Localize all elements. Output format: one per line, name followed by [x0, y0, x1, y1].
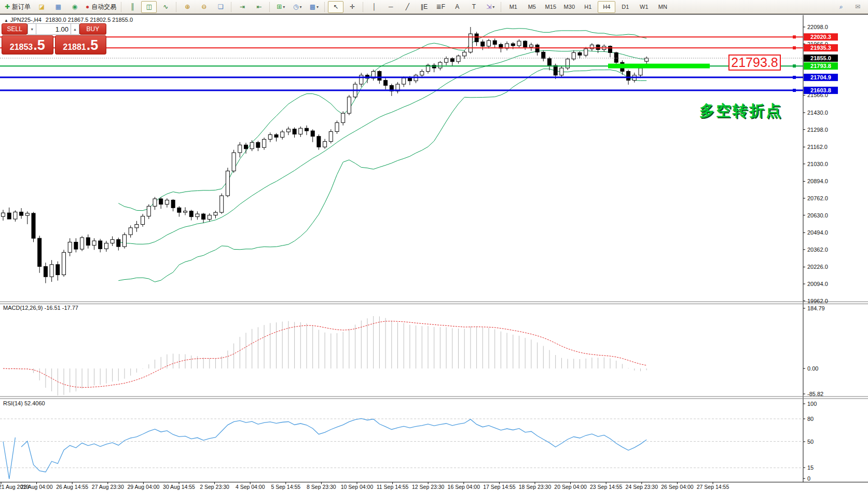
- candle-body: [141, 216, 145, 225]
- cursor-button[interactable]: ↖: [328, 1, 343, 13]
- timeframe-button-mn[interactable]: MN: [654, 1, 671, 13]
- candle-body: [153, 199, 157, 206]
- price-tick-label: 19962.0: [807, 298, 828, 304]
- volume-input[interactable]: [36, 23, 71, 35]
- toolbar-separator: [231, 2, 232, 12]
- timeframe-button-h1[interactable]: H1: [579, 1, 597, 13]
- candle-body: [317, 136, 321, 147]
- trendline-highlight-object[interactable]: [608, 64, 710, 69]
- eraser-button[interactable]: ◪: [34, 1, 49, 13]
- text-button[interactable]: A: [449, 1, 465, 13]
- timeframe-button-m30[interactable]: M30: [560, 1, 578, 13]
- candle-body: [196, 214, 199, 216]
- candle-body: [584, 49, 588, 55]
- candle-body: [402, 78, 406, 84]
- chart-window: 22098.021966.021566.021430.021298.021162…: [0, 14, 868, 492]
- new-order-button-label: 新订单: [12, 3, 31, 11]
- fibonacci-button[interactable]: ≣F: [433, 1, 448, 13]
- price-tick-label: 20894.0: [807, 178, 828, 184]
- fibonacci-icon: ≣F: [436, 3, 445, 10]
- candle-body: [263, 139, 266, 147]
- vertical-line-icon: │: [373, 3, 377, 10]
- chat-button[interactable]: ✉: [850, 1, 865, 13]
- candle-body: [226, 171, 229, 196]
- candle-body: [293, 129, 296, 134]
- time-tick-label: 2 Sep 23:30: [200, 484, 229, 490]
- period-dropdown[interactable]: ◷▾: [290, 1, 305, 13]
- sell-price-fraction: .5: [33, 38, 45, 52]
- rsi-axis-label: 80: [807, 416, 814, 422]
- annotation-text-object[interactable]: 多空转折点: [699, 101, 782, 121]
- candle-body: [13, 212, 17, 219]
- sell-quote-button[interactable]: 21853.5: [2, 35, 53, 54]
- candle-body: [20, 212, 23, 215]
- trendline-button[interactable]: ╱: [399, 1, 415, 13]
- candlestick-button[interactable]: ◫: [141, 1, 157, 13]
- timeframe-button-m15[interactable]: M15: [542, 1, 559, 13]
- candle-body: [517, 41, 521, 46]
- chart-shift-button[interactable]: ⇤: [251, 1, 267, 13]
- candle-body: [111, 240, 114, 243]
- line-handle[interactable]: [793, 64, 796, 67]
- shapes-dropdown[interactable]: ⇲▾: [483, 1, 498, 13]
- price-tick-label: 20494.0: [807, 229, 828, 236]
- line-handle[interactable]: [793, 76, 796, 79]
- new-chart-dropdown[interactable]: ⊞▾: [273, 1, 288, 13]
- new-chart-icon: ⊞: [277, 3, 282, 10]
- candle-body: [268, 135, 272, 140]
- template-icon: ▩: [310, 3, 315, 10]
- buy-quote-button[interactable]: 21881.5: [55, 35, 107, 54]
- timeframe-button-w1[interactable]: W1: [635, 1, 653, 13]
- channel-icon: ∥E: [420, 3, 428, 10]
- timeframe-button-m5[interactable]: M5: [523, 1, 541, 13]
- macd-axis-label: 0.00: [807, 365, 818, 372]
- timeframe-button-d1[interactable]: D1: [616, 1, 634, 13]
- vertical-line-button[interactable]: │: [366, 1, 382, 13]
- template-dropdown[interactable]: ▩▾: [306, 1, 322, 13]
- bar-chart-button[interactable]: ║: [125, 1, 140, 13]
- candle-body: [7, 213, 11, 219]
- volume-increase-button[interactable]: ▲: [71, 23, 79, 35]
- buy-button[interactable]: BUY: [79, 23, 106, 35]
- line-handle[interactable]: [793, 46, 796, 49]
- line-chart-button[interactable]: ∿: [158, 1, 173, 13]
- new-order-button[interactable]: ✚新订单: [3, 1, 33, 13]
- candle-body: [347, 97, 351, 113]
- time-tick-label: 18 Sep 23:30: [519, 484, 552, 490]
- bollinger-upper-band[interactable]: [118, 29, 646, 211]
- tile-windows-button[interactable]: ❏: [213, 1, 228, 13]
- zoom-in-icon: ⊕: [185, 3, 190, 10]
- crosshair-button[interactable]: ✛: [345, 1, 360, 13]
- market-watch-button[interactable]: ▦: [50, 1, 66, 13]
- sell-button[interactable]: SELL: [2, 23, 27, 35]
- toolbar-separator: [176, 2, 177, 12]
- collapse-icon[interactable]: ▲: [4, 18, 8, 23]
- timeframe-button-m1[interactable]: M1: [504, 1, 522, 13]
- price-text-object[interactable]: 21793.8: [728, 54, 781, 71]
- horizontal-line-button[interactable]: ─: [383, 1, 398, 13]
- time-tick-label: 16 Sep 04:00: [448, 484, 480, 490]
- line-handle[interactable]: [793, 89, 796, 92]
- zoom-in-button[interactable]: ⊕: [180, 1, 195, 13]
- rsi-line[interactable]: [3, 418, 646, 479]
- time-tick-label: 26 Sep 04:00: [661, 484, 694, 490]
- toolbar-separator: [501, 2, 502, 12]
- chart-shift-icon: ⇤: [256, 3, 261, 10]
- candle-body: [463, 52, 466, 56]
- zoom-out-button[interactable]: ⊖: [196, 1, 212, 13]
- line-handle[interactable]: [793, 35, 796, 38]
- search-button[interactable]: ⌕: [833, 1, 849, 13]
- time-tick-label: 24 Sep 23:30: [626, 484, 658, 490]
- price-badge-label: 21935.3: [810, 45, 831, 51]
- chart-canvas[interactable]: 22098.021966.021566.021430.021298.021162…: [0, 15, 868, 492]
- auto-scroll-button[interactable]: ⇥: [235, 1, 250, 13]
- label-button[interactable]: T: [466, 1, 481, 13]
- channel-button[interactable]: ∥E: [416, 1, 432, 13]
- candle-body: [596, 45, 600, 50]
- bollinger-lower-band[interactable]: [118, 69, 646, 282]
- timeframe-button-h4[interactable]: H4: [598, 1, 615, 13]
- signals-button[interactable]: ◉: [67, 1, 82, 13]
- one-click-trading-panel: SELL ▼ ▲ BUY 21853.5 21881.5: [2, 23, 106, 54]
- autotrade-button[interactable]: ●自动交易: [84, 1, 118, 13]
- volume-decrease-button[interactable]: ▼: [27, 23, 36, 35]
